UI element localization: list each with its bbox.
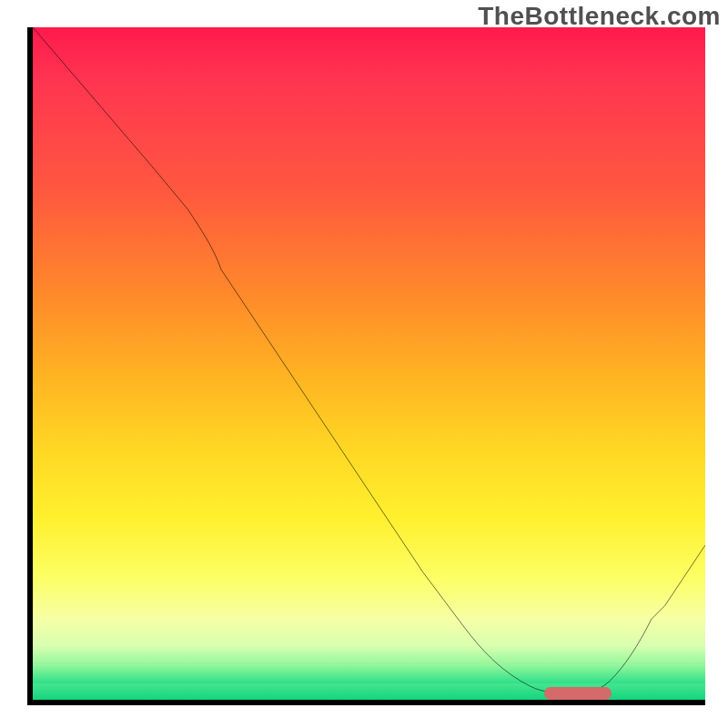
y-axis-line bbox=[27, 27, 33, 705]
chart-stage: TheBottleneck.com bbox=[0, 0, 728, 728]
plot-area bbox=[33, 27, 705, 700]
bottleneck-curve-svg bbox=[33, 27, 705, 700]
watermark-text: TheBottleneck.com bbox=[478, 2, 721, 31]
optimal-range-marker bbox=[544, 687, 612, 700]
x-axis-line bbox=[27, 700, 705, 705]
bottleneck-curve-path bbox=[33, 27, 705, 693]
